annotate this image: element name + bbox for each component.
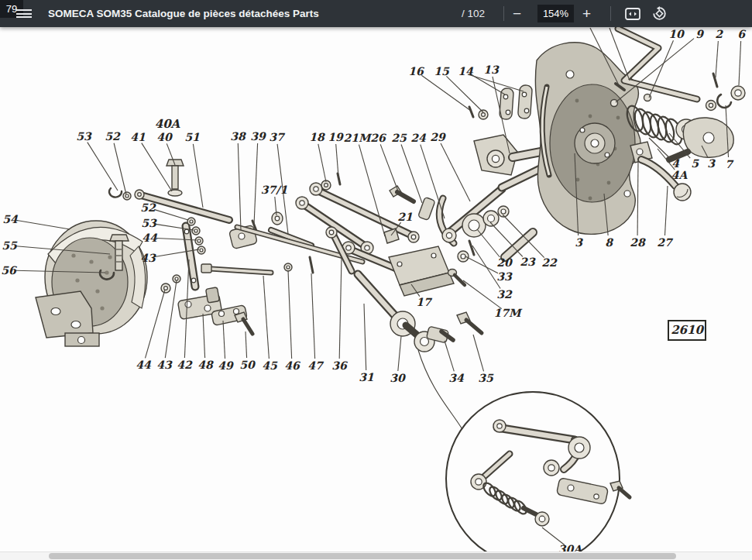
leader-line — [336, 144, 338, 177]
leader-line — [472, 75, 505, 94]
leader-line — [88, 143, 118, 191]
part-label-20: 20 — [496, 256, 513, 269]
leader-line — [637, 161, 638, 235]
part-label-16: 16 — [408, 65, 424, 77]
part-label-42: 42 — [177, 359, 193, 371]
page-count: / 102 — [462, 0, 485, 27]
zoom-out-button[interactable]: − — [513, 0, 533, 27]
upper-lever-bar — [109, 160, 229, 220]
part-label-40: 40 — [156, 131, 173, 143]
part-label-41: 41 — [130, 131, 146, 143]
leader-line — [339, 257, 342, 359]
inset-detail-circle — [446, 392, 630, 552]
leader-line — [203, 314, 205, 358]
leader-line — [145, 290, 165, 358]
part-label-17M: 17M — [494, 307, 523, 319]
leader-line — [716, 41, 718, 77]
part-label-43: 43 — [140, 252, 156, 264]
zoom-level: 154% — [537, 5, 574, 22]
bracket-17 — [389, 246, 465, 296]
leader-line — [664, 186, 668, 235]
part-label-39: 39 — [250, 130, 266, 143]
part-label-21M: 21M — [344, 132, 373, 144]
leader-line — [364, 304, 366, 370]
part-label-14: 14 — [458, 65, 474, 77]
part-label-37: 37 — [269, 131, 286, 143]
part-label-28: 28 — [630, 236, 646, 249]
part-label-46: 46 — [284, 359, 300, 372]
part-label-47: 47 — [307, 359, 324, 372]
leader-line — [477, 229, 500, 257]
part-label-37-1: 37/1 — [261, 184, 288, 196]
part-label-35: 35 — [478, 372, 494, 384]
pdf-toolbar: SOMECA SOM35 Catalogue de pièces détaché… — [0, 0, 752, 27]
figure-reference-box: 2610 — [668, 321, 706, 340]
part-label-15: 15 — [434, 65, 450, 77]
leader-line — [246, 332, 247, 358]
leader-line — [155, 210, 188, 220]
part-label-23: 23 — [520, 256, 536, 268]
part-label-17: 17 — [416, 296, 433, 308]
part-label-2: 2 — [715, 28, 723, 40]
part-label-53: 53 — [141, 217, 157, 229]
part-label-3: 3 — [707, 157, 716, 170]
vertical-lever — [161, 218, 205, 293]
part-label-3: 3 — [575, 236, 583, 249]
part-label-4A: 4A — [671, 169, 688, 181]
part-label-6: 6 — [737, 28, 746, 40]
part-label-49: 49 — [218, 359, 234, 372]
figure-reference-label: 2610 — [671, 323, 704, 337]
leader-line — [445, 341, 454, 371]
leader-line — [223, 321, 225, 359]
part-label-43: 43 — [156, 359, 173, 371]
part-label-56: 56 — [1, 264, 17, 277]
hamburger-icon — [16, 8, 32, 20]
part-label-27: 27 — [657, 236, 674, 249]
part-label-21: 21 — [397, 211, 413, 223]
leader-line — [311, 273, 315, 359]
part-label-18: 18 — [309, 131, 325, 143]
leader-line — [465, 256, 498, 273]
lower-bracket-group — [177, 257, 313, 334]
toolbar-divider — [610, 6, 611, 21]
leader-line — [254, 143, 258, 225]
leader-line — [473, 335, 484, 371]
zoom-in-button[interactable]: + — [582, 0, 603, 27]
part-label-53: 53 — [76, 130, 92, 143]
leader-line — [263, 276, 269, 359]
part-label-50: 50 — [239, 359, 256, 371]
part-label-38: 38 — [230, 130, 246, 143]
part-label-54: 54 — [2, 213, 19, 225]
horizontal-scrollbar[interactable] — [0, 551, 752, 560]
leader-line — [318, 144, 326, 182]
menu-icon[interactable] — [11, 0, 37, 27]
part-label-8: 8 — [605, 236, 613, 249]
leader-line — [193, 144, 203, 208]
part-label-44: 44 — [142, 232, 158, 244]
part-label-44: 44 — [136, 359, 152, 371]
part-label-26: 26 — [370, 132, 386, 144]
leader-line — [441, 143, 470, 201]
leader-line — [142, 143, 172, 191]
toolbar-divider — [503, 6, 504, 21]
part-label-9: 9 — [695, 28, 704, 40]
document-title: SOMECA SOM35 Catalogue de pièces détaché… — [48, 0, 319, 27]
rotate-button[interactable] — [649, 0, 669, 27]
part-label-30: 30 — [390, 372, 406, 384]
leader-line — [380, 144, 400, 195]
scrollbar-thumb[interactable] — [49, 553, 676, 559]
part-label-22: 22 — [541, 256, 558, 269]
leader-line — [398, 336, 401, 371]
part-label-48: 48 — [197, 359, 214, 371]
fit-to-width-icon — [625, 8, 640, 20]
leader-line — [739, 41, 741, 85]
leader-line — [17, 220, 70, 229]
part-label-52: 52 — [105, 130, 121, 143]
rotate-icon — [652, 6, 667, 21]
part-label-29: 29 — [430, 131, 446, 143]
part-label-13: 13 — [483, 64, 500, 76]
part-label-19: 19 — [328, 131, 344, 143]
part-label-51: 51 — [184, 131, 200, 143]
fit-page-button[interactable] — [623, 0, 643, 27]
part-label-24: 24 — [410, 132, 427, 144]
